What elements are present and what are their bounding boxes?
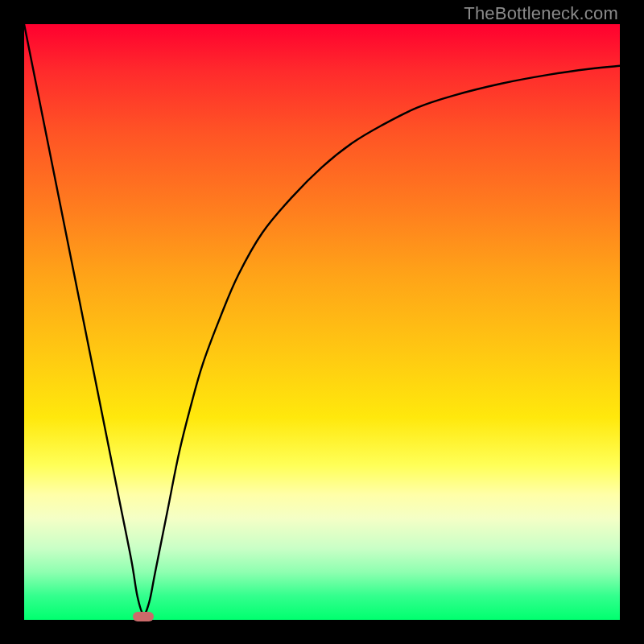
optimal-marker bbox=[133, 612, 154, 621]
chart-frame: TheBottleneck.com bbox=[0, 0, 644, 644]
watermark-text: TheBottleneck.com bbox=[464, 3, 618, 24]
bottleneck-curve bbox=[24, 24, 620, 620]
plot-area bbox=[24, 24, 620, 620]
